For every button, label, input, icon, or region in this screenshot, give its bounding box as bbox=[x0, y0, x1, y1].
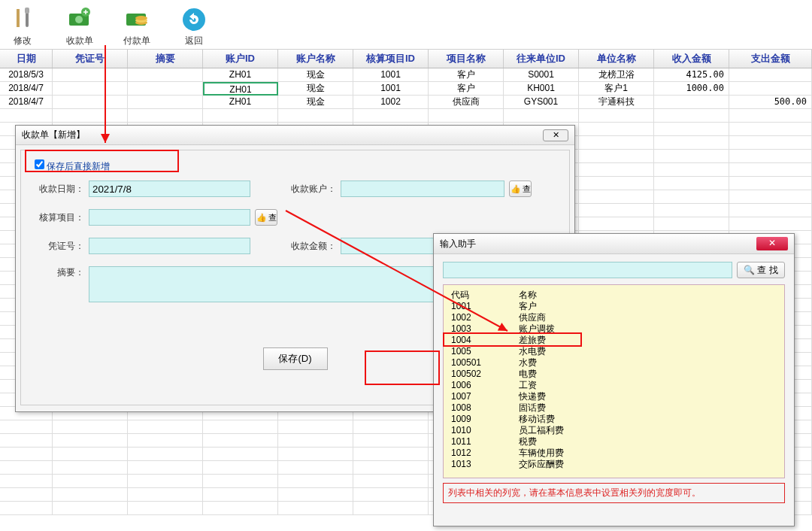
col-acctid[interactable]: 账户ID bbox=[203, 50, 278, 68]
grid-body: 2018/5/3ZH01现金1001客户S0001龙榜卫浴4125.002018… bbox=[0, 68, 812, 109]
col-uid[interactable]: 往来单位ID bbox=[504, 50, 579, 68]
list-item[interactable]: 1013交际应酬费 bbox=[451, 459, 777, 470]
coins-icon bbox=[123, 6, 150, 33]
return-icon bbox=[180, 6, 208, 33]
col-vno[interactable]: 凭证号 bbox=[53, 50, 128, 68]
list-item[interactable]: 1012车辆使用费 bbox=[451, 448, 777, 459]
list-item[interactable]: 1008固话费 bbox=[451, 402, 777, 414]
tool-return[interactable]: 返回 bbox=[180, 6, 208, 47]
label-amt: 收款金额： bbox=[285, 240, 336, 253]
lookup-acct-button[interactable]: 👍查 bbox=[509, 181, 532, 197]
col-uname[interactable]: 单位名称 bbox=[579, 50, 654, 68]
list-item[interactable]: 代码名称 bbox=[451, 290, 777, 301]
input-proj[interactable] bbox=[89, 209, 250, 226]
label-vno: 凭证号： bbox=[33, 240, 84, 253]
tool-label: 修改 bbox=[14, 35, 32, 47]
list-item[interactable]: 1004差旅费 bbox=[451, 335, 777, 346]
dialog-titlebar[interactable]: 输入助手 ✕ bbox=[434, 234, 794, 254]
find-button[interactable]: 🔍查 找 bbox=[737, 262, 785, 278]
dialog-title: 收款单【新增】 bbox=[22, 129, 85, 141]
table-row[interactable]: 2018/4/7ZH01现金1002供应商GYS001宇通科技500.00 bbox=[0, 96, 812, 109]
dialog-titlebar[interactable]: 收款单【新增】 ✕ bbox=[16, 126, 574, 145]
list-item[interactable]: 1006工资 bbox=[451, 380, 777, 391]
hint-text: 列表中相关的列宽，请在基本信息表中设置相关列的宽度即可。 bbox=[443, 483, 785, 503]
dialog-title: 输入助手 bbox=[440, 238, 476, 250]
svg-point-9 bbox=[135, 16, 147, 20]
search-input[interactable] bbox=[443, 262, 732, 278]
toolbar: 修改 收款单 付款单 返回 bbox=[0, 0, 812, 50]
svg-rect-2 bbox=[25, 8, 29, 14]
grid-header: 日期 凭证号 摘要 账户ID 账户名称 核算项目ID 项目名称 往来单位ID 单… bbox=[0, 50, 812, 68]
col-memo[interactable]: 摘要 bbox=[128, 50, 203, 68]
col-cname[interactable]: 项目名称 bbox=[429, 50, 504, 68]
label-proj: 核算项目： bbox=[33, 211, 84, 224]
lookup-proj-button[interactable]: 👍查 bbox=[255, 209, 277, 226]
money-plus-icon bbox=[66, 6, 93, 33]
close-icon[interactable]: ✕ bbox=[756, 237, 788, 250]
list-item[interactable]: 1003账户调拨 bbox=[451, 323, 777, 335]
label-memo: 摘要： bbox=[33, 266, 84, 279]
col-out[interactable]: 支出金额 bbox=[729, 50, 812, 68]
label-date: 收款日期： bbox=[33, 183, 84, 196]
table-row[interactable]: 2018/4/7ZH01现金1001客户KH001客户11000.00 bbox=[0, 82, 812, 96]
col-in[interactable]: 收入金额 bbox=[654, 50, 729, 68]
col-cid[interactable]: 核算项目ID bbox=[353, 50, 429, 68]
tool-label: 返回 bbox=[185, 35, 203, 47]
helper-list[interactable]: 代码名称1001客户1002供应商1003账户调拨1004差旅费1005水电费1… bbox=[443, 284, 785, 478]
col-date[interactable]: 日期 bbox=[0, 50, 53, 68]
list-item[interactable]: 1007快递费 bbox=[451, 391, 777, 402]
tool-label: 付款单 bbox=[123, 35, 150, 47]
list-item[interactable]: 100502电费 bbox=[451, 369, 777, 380]
label-acct: 收款账户： bbox=[285, 183, 336, 196]
list-item[interactable]: 100501水费 bbox=[451, 357, 777, 369]
table-row[interactable]: 2018/5/3ZH01现金1001客户S0001龙榜卫浴4125.00 bbox=[0, 68, 812, 82]
input-date[interactable] bbox=[89, 181, 250, 197]
tool-payment[interactable]: 付款单 bbox=[123, 6, 150, 47]
checkbox-save-new[interactable]: 保存后直接新增 bbox=[35, 161, 110, 171]
svg-point-4 bbox=[75, 16, 83, 23]
list-item[interactable]: 1010员工福利费 bbox=[451, 425, 777, 436]
close-icon[interactable]: ✕ bbox=[543, 129, 568, 141]
save-button[interactable]: 保存(D) bbox=[263, 347, 328, 370]
input-acct[interactable] bbox=[341, 181, 504, 197]
list-item[interactable]: 1002供应商 bbox=[451, 312, 777, 323]
tools-icon bbox=[9, 6, 36, 33]
tool-modify[interactable]: 修改 bbox=[9, 6, 36, 47]
svg-rect-0 bbox=[17, 9, 20, 27]
tool-receipt[interactable]: 收款单 bbox=[66, 6, 93, 47]
list-item[interactable]: 1011税费 bbox=[451, 436, 777, 448]
input-helper-dialog: 输入助手 ✕ 🔍查 找 代码名称1001客户1002供应商1003账户调拨100… bbox=[433, 233, 795, 526]
list-item[interactable]: 1001客户 bbox=[451, 301, 777, 312]
list-item[interactable]: 1009移动话费 bbox=[451, 414, 777, 425]
input-vno[interactable] bbox=[89, 238, 250, 254]
list-item[interactable]: 1005水电费 bbox=[451, 346, 777, 357]
tool-label: 收款单 bbox=[66, 35, 93, 47]
col-acctname[interactable]: 账户名称 bbox=[278, 50, 353, 68]
